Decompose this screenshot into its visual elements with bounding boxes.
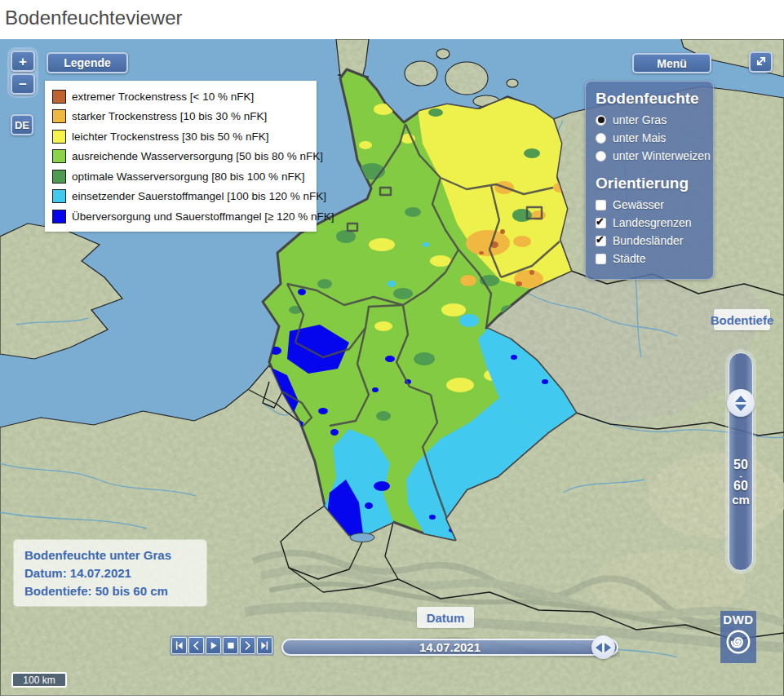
legend-item-label: ausreichende Wasserversorgung [50 bis 80… — [72, 150, 323, 162]
checkbox-option-bundesl-nder[interactable]: Bundesländer — [596, 234, 703, 247]
expand-icon — [753, 53, 769, 72]
depth-value: 50-60cm — [729, 458, 752, 507]
skip-last-button[interactable] — [257, 637, 272, 654]
depth-slider-label: Bodentiefe — [714, 309, 770, 330]
legend-color-chip — [52, 189, 66, 203]
zoom-in-button[interactable]: + — [11, 51, 35, 72]
step-back-button[interactable] — [188, 637, 204, 654]
stop-button[interactable] — [223, 637, 238, 654]
radio-icon[interactable] — [596, 133, 606, 144]
radio-option-label: unter Winterweizen — [613, 149, 711, 162]
playback-controls — [170, 635, 274, 656]
skip-first-button[interactable] — [171, 637, 187, 654]
step-forward-button[interactable] — [240, 637, 255, 654]
page-title: Bodenfeuchteviewer — [5, 7, 182, 29]
checkbox-icon[interactable] — [596, 236, 606, 246]
radio-icon[interactable] — [596, 151, 606, 161]
radio-option-unter-winterweizen[interactable]: unter Winterweizen — [596, 149, 703, 162]
date-slider-label: Datum — [417, 607, 474, 628]
dwd-spiral-icon — [724, 627, 753, 660]
fullscreen-button[interactable] — [749, 51, 773, 73]
legend-item: leichter Trockenstress [30 bis 50 % nFK] — [52, 126, 309, 147]
checkbox-option-label: Gewässer — [613, 198, 664, 211]
legend-item-label: einsetzender Sauerstoffmangel [100 bis 1… — [72, 190, 326, 202]
checkbox-option-landesgrenzen[interactable]: Landesgrenzen — [596, 216, 703, 229]
orientation-options: Gewässer Landesgrenzen Bundesländer Städ… — [596, 198, 703, 265]
checkbox-option-label: Städte — [613, 252, 645, 265]
depth-slider[interactable]: 50-60cm — [729, 352, 753, 571]
legend-item: extremer Trockenstress [< 10 % nFK] — [52, 86, 309, 107]
play-button[interactable] — [206, 637, 221, 654]
legend-item: optimale Wasserversorgung [80 bis 100 % … — [52, 166, 309, 187]
current-selection-info: Bodenfeuchte unter Gras Datum: 14.07.202… — [14, 540, 206, 606]
radio-option-unter-mais[interactable]: unter Mais — [596, 131, 703, 144]
legend-toggle-button[interactable]: Legende — [47, 52, 128, 73]
legend-panel: extremer Trockenstress [< 10 % nFK] star… — [45, 81, 317, 232]
legend-color-chip — [52, 170, 66, 184]
radio-option-label: unter Mais — [613, 131, 666, 144]
step-forward-icon — [242, 640, 253, 651]
checkbox-icon[interactable] — [596, 218, 606, 228]
arrow-right-icon — [605, 643, 611, 653]
date-slider-handle[interactable] — [591, 635, 615, 659]
checkbox-option-label: Bundesländer — [613, 234, 683, 247]
legend-item-label: Überversorgung und Sauerstoffmangel [≥ 1… — [72, 210, 334, 223]
layers-panel: Bodenfeuchte unter Gras unter Mais unter… — [585, 81, 714, 280]
legend-item: starker Trockenstress [10 bis 30 % nFK] — [52, 107, 309, 127]
stop-icon — [225, 640, 236, 651]
legend-color-chip — [52, 210, 66, 223]
info-line-depth: Bodentiefe: 50 bis 60 cm — [24, 582, 196, 600]
radio-icon[interactable] — [596, 115, 606, 126]
date-slider[interactable]: 14.07.2021 — [281, 639, 618, 656]
info-line-layer: Bodenfeuchte unter Gras — [24, 546, 196, 564]
legend-color-chip — [52, 109, 66, 123]
date-value: 14.07.2021 — [419, 640, 481, 654]
orientation-heading: Orientierung — [596, 175, 703, 192]
soil-moisture-options: unter Gras unter Mais unter Winterweizen — [596, 113, 703, 162]
dwd-logo-text: DWD — [723, 613, 753, 627]
skip-first-icon — [174, 640, 184, 651]
radio-option-unter-gras[interactable]: unter Gras — [596, 113, 703, 126]
menu-button[interactable]: Menü — [632, 53, 711, 73]
legend-color-chip — [52, 149, 66, 163]
checkbox-option-st-dte[interactable]: Städte — [596, 252, 703, 265]
locale-de-button[interactable]: DE — [11, 114, 33, 135]
legend-item: einsetzender Sauerstoffmangel [100 bis 1… — [52, 187, 309, 207]
checkbox-icon[interactable] — [596, 200, 606, 210]
checkbox-option-label: Landesgrenzen — [613, 216, 692, 229]
step-back-icon — [191, 640, 202, 651]
checkbox-icon[interactable] — [596, 254, 606, 264]
arrow-down-icon — [735, 405, 746, 411]
legend-item: Überversorgung und Sauerstoffmangel [≥ 1… — [52, 206, 309, 227]
legend-item: ausreichende Wasserversorgung [50 bis 80… — [52, 147, 309, 167]
zoom-control-group: + − — [7, 47, 38, 98]
dwd-logo: DWD — [720, 611, 756, 663]
legend-item-label: starker Trockenstress [10 bis 30 % nFK] — [72, 110, 267, 122]
scale-bar: 100 km — [11, 672, 67, 688]
soil-moisture-heading: Bodenfeuchte — [596, 90, 703, 108]
legend-item-label: extremer Trockenstress [< 10 % nFK] — [72, 91, 254, 103]
depth-slider-handle[interactable] — [727, 389, 755, 417]
legend-item-label: optimale Wasserversorgung [80 bis 100 % … — [72, 170, 304, 183]
arrow-up-icon — [735, 396, 746, 402]
arrow-left-icon — [596, 643, 602, 653]
map-viewport[interactable]: + − DE Legende extremer Trockenstress [<… — [0, 39, 784, 696]
checkbox-option-gew-sser[interactable]: Gewässer — [596, 198, 703, 211]
zoom-out-button[interactable]: − — [11, 73, 35, 95]
legend-item-label: leichter Trockenstress [30 bis 50 % nFK] — [72, 131, 269, 143]
play-icon — [208, 640, 219, 651]
legend-color-chip — [52, 130, 66, 144]
info-line-date: Datum: 14.07.2021 — [24, 564, 196, 582]
radio-option-label: unter Gras — [613, 113, 667, 126]
legend-color-chip — [52, 90, 66, 104]
skip-last-icon — [259, 640, 270, 651]
